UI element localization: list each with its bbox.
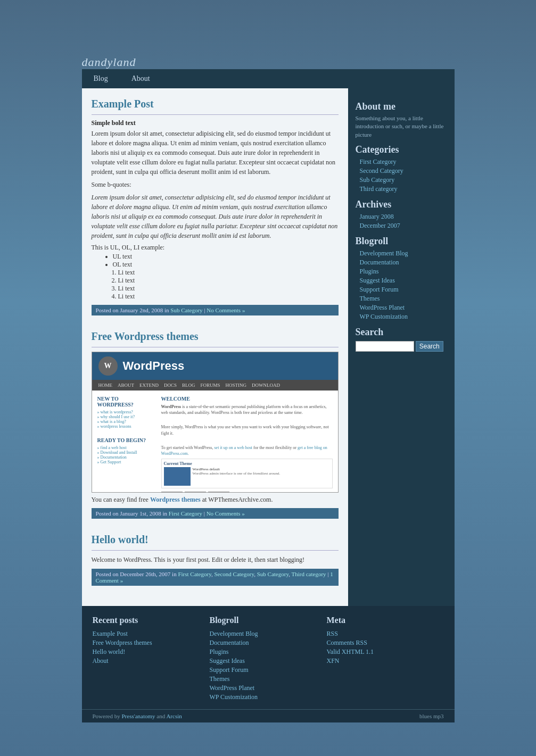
- post-example: Example Post Simple bold text Lorem ipsu…: [92, 98, 339, 315]
- post-hello: Hello world! Welcome to WordPress. This …: [92, 534, 339, 586]
- footer-meta: Meta RSS Comments RSS Valid XHTML 1.1 XF…: [327, 616, 444, 702]
- post-title-3: Hello world!: [92, 534, 339, 546]
- sidebar-blogroll-3[interactable]: Plugins: [356, 267, 447, 276]
- footer-post-2[interactable]: Free Wordpress themes: [93, 638, 210, 647]
- footer-theme-name: blues mp3: [419, 713, 444, 719]
- footer-bottom: Powered by Press'anatomy and Arcsin blue…: [82, 709, 455, 722]
- wp-themes-link[interactable]: Wordpress themes: [150, 496, 201, 503]
- wordpress-screenshot: W WordPress HOMEABOUTEXTENDDOCSBLOGFORUM…: [92, 352, 339, 493]
- footer-blogroll-title: Blogroll: [210, 616, 327, 625]
- post-comments-link-2[interactable]: No Comments »: [207, 510, 245, 517]
- footer: Recent posts Example Post Free Wordpress…: [82, 606, 455, 709]
- footer-blogroll-8[interactable]: WP Customization: [210, 693, 327, 702]
- footer-blogroll-1[interactable]: Development Blog: [210, 629, 327, 638]
- ul-item-2: OL text: [113, 261, 339, 269]
- footer-meta-3[interactable]: Valid XHTML 1.1: [327, 647, 444, 657]
- sidebar-blogroll-8[interactable]: WP Customization: [356, 312, 447, 321]
- footer-blogroll-3[interactable]: Plugins: [210, 647, 327, 657]
- post-wordpress: Free Wordpress themes W WordPress HOMEAB…: [92, 330, 339, 519]
- sidebar-archive-2[interactable]: December 2007: [356, 221, 447, 230]
- site-title: dandyland: [82, 55, 136, 69]
- sidebar-about-text: Something about you, a little introducti…: [356, 114, 447, 139]
- post-comments-link-1[interactable]: No Comments »: [207, 307, 245, 313]
- sidebar-blogroll-title: Blogroll: [356, 236, 447, 247]
- wp-nav: HOMEABOUTEXTENDDOCSBLOGFORUMSHOSTINGDOWN…: [92, 380, 338, 391]
- ol-item-4: Li text: [118, 293, 339, 301]
- footer-meta-title: Meta: [327, 616, 444, 625]
- sidebar-blogroll-5[interactable]: Support Forum: [356, 285, 447, 294]
- post-footer-1: Posted on January 2nd, 2008 in Sub Categ…: [92, 305, 339, 315]
- sidebar: About me Something about you, a little i…: [348, 88, 455, 606]
- footer-powered-text: Powered by Press'anatomy and Arcsin: [93, 713, 182, 719]
- footer-blogroll: Blogroll Development Blog Documentation …: [210, 616, 327, 702]
- footer-blogroll-5[interactable]: Support Forum: [210, 666, 327, 675]
- sidebar-cat-2[interactable]: Second Category: [356, 167, 447, 176]
- sidebar-categories-title: Categories: [356, 144, 447, 155]
- footer-blogroll-7[interactable]: WordPress Planet: [210, 684, 327, 693]
- nav-bar: Blog About: [82, 69, 455, 88]
- sidebar-cat-1[interactable]: First Category: [356, 157, 447, 167]
- post-cat-link-2[interactable]: First Category: [169, 510, 202, 517]
- sidebar-blogroll-6[interactable]: Themes: [356, 294, 447, 303]
- post-cat-link-3a[interactable]: First Category: [178, 571, 211, 577]
- post-quotes-label: Some b-quotes:: [92, 180, 339, 189]
- sidebar-archives-title: Archives: [356, 199, 447, 210]
- post-title-1: Example Post: [92, 98, 339, 110]
- footer-recent-posts-title: Recent posts: [93, 616, 210, 625]
- ol-item-1: Li text: [118, 269, 339, 277]
- post-link-text-2: You can easy find free Wordpress themes …: [92, 496, 339, 504]
- footer-post-3[interactable]: Hello world!: [93, 647, 210, 657]
- post-body-1: Lorem ipsum dolor sit amet, consectetur …: [92, 129, 339, 177]
- footer-blogroll-2[interactable]: Documentation: [210, 638, 327, 647]
- footer-meta-4[interactable]: XFN: [327, 657, 444, 666]
- sidebar-blogroll-7[interactable]: WordPress Planet: [356, 303, 447, 312]
- sidebar-archive-1[interactable]: January 2008: [356, 212, 447, 221]
- search-box: Search: [356, 341, 447, 352]
- ul-item-1: UL text: [113, 253, 339, 261]
- post-bold-1: Simple bold text: [92, 119, 339, 127]
- footer-post-4[interactable]: About: [93, 657, 210, 666]
- sidebar-blogroll-2[interactable]: Documentation: [356, 258, 447, 267]
- sidebar-blogroll-1[interactable]: Development Blog: [356, 249, 447, 258]
- search-input[interactable]: [356, 341, 414, 352]
- search-button[interactable]: Search: [416, 341, 443, 352]
- wp-logo-icon: W: [98, 356, 118, 376]
- footer-meta-1[interactable]: RSS: [327, 629, 444, 638]
- nav-about[interactable]: About: [120, 69, 162, 88]
- ul-list: UL text OL text: [113, 253, 339, 269]
- post-title-2: Free Wordpress themes: [92, 330, 339, 343]
- nav-blog[interactable]: Blog: [82, 69, 120, 88]
- ol-list: Li text Li text Li text Li text: [118, 269, 339, 301]
- post-cat-link-3b[interactable]: Second Category: [214, 571, 254, 577]
- post-cat-link-3c[interactable]: Sub Category: [257, 571, 288, 577]
- footer-recent-posts: Recent posts Example Post Free Wordpress…: [93, 616, 210, 702]
- ol-item-2: Li text: [118, 277, 339, 285]
- sidebar-blogroll-4[interactable]: Suggest Ideas: [356, 276, 447, 285]
- footer-pressanatomy-link[interactable]: Press'anatomy: [122, 713, 155, 719]
- sidebar-cat-4[interactable]: Third category: [356, 185, 447, 194]
- post-body-2: Lorem ipsum dolor sit amet, consectetur …: [92, 193, 339, 240]
- sidebar-about-title: About me: [356, 101, 447, 112]
- footer-meta-2[interactable]: Comments RSS: [327, 638, 444, 647]
- list-label: This is UL, OL, LI example:: [92, 244, 339, 252]
- post-body-3: Welcome to WordPress. This is your first…: [92, 555, 339, 564]
- sidebar-search-title: Search: [356, 327, 447, 338]
- post-footer-3: Posted on December 26th, 2007 in First C…: [92, 569, 339, 586]
- footer-post-1[interactable]: Example Post: [93, 629, 210, 638]
- footer-blogroll-6[interactable]: Themes: [210, 675, 327, 684]
- footer-blogroll-4[interactable]: Suggest Ideas: [210, 657, 327, 666]
- footer-arcsin-link[interactable]: Arcsin: [166, 713, 182, 719]
- post-cat-link-1[interactable]: Sub Category: [170, 307, 202, 313]
- post-cat-link-3d[interactable]: Third category: [291, 571, 326, 577]
- sidebar-cat-3[interactable]: Sub Category: [356, 176, 447, 185]
- ol-item-3: Li text: [118, 285, 339, 293]
- post-footer-2: Posted on January 1st, 2008 in First Cat…: [92, 508, 339, 519]
